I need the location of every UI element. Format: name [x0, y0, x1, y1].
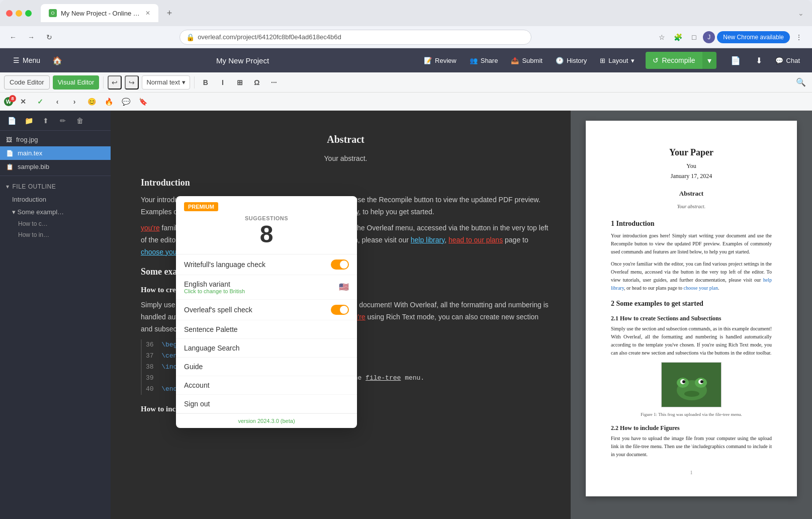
address-text: overleaf.com/project/64120fc8bf0e4ad618e… — [198, 33, 525, 41]
edit-icon[interactable]: ✏ — [55, 113, 70, 128]
abstract-text: Your abstract. — [141, 153, 551, 165]
outline-subitem-how-to-c[interactable]: How to c… — [0, 218, 111, 229]
redo-button[interactable]: ↪ — [125, 75, 139, 90]
check-mark-button[interactable]: ✓ — [33, 95, 47, 109]
chat-button[interactable]: 💬 Chat — [769, 51, 806, 69]
emoji2-button[interactable]: 🔥 — [102, 95, 116, 109]
recompile-icon: ↺ — [653, 56, 659, 64]
pdf-section1: 1 Introduction — [611, 218, 772, 229]
history-button[interactable]: 🕐 History — [550, 51, 593, 69]
pdf-date: January 17, 2024 — [611, 171, 772, 181]
pdf-page-number: 1 — [611, 469, 772, 476]
intro-heading: Introduction — [141, 175, 551, 191]
language-search-label: Language Search — [184, 344, 349, 352]
writefull-dropdown: PREMIUM SUGGESTIONS 8 Writefull's langua… — [176, 196, 357, 428]
file-name: sample.bib — [18, 163, 49, 170]
file-item-frog[interactable]: 🖼 frog.jpg — [0, 133, 111, 146]
svg-point-8 — [684, 391, 699, 397]
pdf-section2-2: 2.2 How to include Figures — [611, 423, 772, 432]
sentence-palette-item[interactable]: Sentence Palette — [176, 320, 357, 339]
new-chrome-button[interactable]: New Chrome available — [717, 31, 790, 43]
delete-icon[interactable]: 🗑 — [72, 113, 87, 128]
bookmark-icon[interactable]: ☆ — [655, 30, 669, 44]
file-item-main[interactable]: 📄 main.tex — [0, 146, 111, 160]
new-folder-button[interactable]: 📁 — [21, 113, 36, 128]
english-variant-item[interactable]: English variant Click to change to Briti… — [176, 275, 357, 300]
writefull-check-item[interactable]: Writefull's language check — [176, 254, 357, 275]
undo-button[interactable]: ↩ — [108, 75, 122, 90]
bold-button[interactable]: B — [199, 75, 213, 90]
editor-toolbar: Code Editor Visual Editor ↩ ↪ Normal tex… — [0, 72, 812, 93]
outline-item-some-examples[interactable]: ▾ Some exampl… — [0, 206, 111, 218]
suggestions-count: 8 — [184, 221, 349, 248]
minimize-button[interactable] — [16, 10, 22, 17]
spell-check-toggle[interactable] — [331, 305, 349, 315]
file-view-button[interactable]: 📄 — [725, 51, 747, 69]
submit-icon: 📤 — [511, 57, 519, 64]
italic-button[interactable]: I — [216, 75, 230, 90]
address-bar[interactable]: 🔒 overleaf.com/project/64120fc8bf0e4ad61… — [179, 30, 531, 45]
language-search-item[interactable]: Language Search — [176, 339, 357, 358]
layout-button[interactable]: ⊞ Layout ▾ — [594, 51, 641, 69]
file-name: main.tex — [18, 149, 42, 157]
signout-label: Sign out — [184, 400, 349, 408]
writefull-toggle[interactable] — [331, 260, 349, 270]
maximize-button[interactable] — [25, 10, 32, 17]
special-char-button[interactable]: Ω — [250, 75, 264, 90]
recompile-button[interactable]: ↺ Recompile — [646, 52, 702, 69]
project-title: My New Project — [67, 56, 418, 65]
sentence-palette-label: Sentence Palette — [184, 325, 349, 333]
search-button[interactable]: 🔍 — [794, 75, 808, 90]
outline-subitem-how-to-in[interactable]: How to in… — [0, 229, 111, 240]
sidebar-toolbar: 📄 📁 ⬆ ✏ 🗑 — [0, 111, 111, 131]
close-suggestions-button[interactable]: ✕ — [16, 95, 30, 109]
home-button[interactable]: 🏠 — [47, 56, 67, 65]
spell-check-item[interactable]: Overleaf's spell check — [176, 300, 357, 320]
next-suggestion-button[interactable]: › — [67, 95, 81, 109]
emoji1-button[interactable]: 😊 — [84, 95, 99, 109]
download-button[interactable]: ⬇ — [750, 51, 768, 69]
more-options-icon[interactable]: ⋮ — [792, 30, 806, 44]
recompile-dropdown-button[interactable]: ▾ — [702, 52, 716, 69]
submit-button[interactable]: 📤 Submit — [505, 51, 548, 69]
signout-item[interactable]: Sign out — [176, 395, 357, 413]
writefull-check-label: Writefull's language check — [184, 261, 331, 269]
chevron-down-icon: ▾ — [6, 183, 10, 190]
outline-item-introduction[interactable]: Introduction — [0, 193, 111, 206]
prev-suggestion-button[interactable]: ‹ — [50, 95, 64, 109]
visual-editor-button[interactable]: Visual Editor — [53, 75, 100, 90]
more-options-button[interactable]: ··· — [267, 75, 281, 90]
share-button[interactable]: 👥 Share — [464, 51, 504, 69]
new-file-button[interactable]: 📄 — [4, 113, 19, 128]
layout-chevron-icon: ▾ — [631, 57, 635, 64]
pdf-abstract-text: Your abstract. — [611, 203, 772, 210]
tab-close-icon[interactable]: ✕ — [145, 10, 150, 17]
chevron-down-icon: ▾ — [12, 208, 16, 216]
save-button[interactable]: 🔖 — [136, 95, 150, 109]
reload-button[interactable]: ↻ — [42, 30, 56, 44]
file-icon: 📄 — [6, 150, 14, 157]
table-button[interactable]: ⊞ — [233, 75, 247, 90]
review-button[interactable]: 📝 Review — [418, 51, 463, 69]
suggestions-section: SUGGESTIONS 8 — [176, 211, 357, 254]
close-button[interactable] — [6, 10, 13, 17]
outline-header[interactable]: ▾ File outline — [0, 180, 111, 193]
profile-icon[interactable]: J — [703, 31, 715, 43]
writefull-badge[interactable]: W 8 — [4, 97, 13, 106]
pdf-author: You — [611, 161, 772, 170]
browser-tab[interactable]: O My New Project - Online LaTe ✕ — [41, 4, 158, 22]
upload-button[interactable]: ⬆ — [38, 113, 53, 128]
code-editor-button[interactable]: Code Editor — [4, 75, 50, 90]
new-tab-button[interactable]: + — [162, 6, 176, 20]
share-icon[interactable]: □ — [687, 30, 701, 44]
emoji3-button[interactable]: 💬 — [119, 95, 133, 109]
account-item[interactable]: Account — [176, 376, 357, 395]
file-item-bib[interactable]: 📋 sample.bib — [0, 160, 111, 174]
back-button[interactable]: ← — [6, 30, 20, 44]
guide-item[interactable]: Guide — [176, 358, 357, 376]
menu-button[interactable]: ☰ Menu — [6, 48, 47, 72]
format-select[interactable]: Normal text ▾ — [142, 75, 190, 90]
pdf-frog-image — [661, 362, 721, 407]
forward-button[interactable]: → — [24, 30, 38, 44]
extension-icon[interactable]: 🧩 — [671, 30, 685, 44]
